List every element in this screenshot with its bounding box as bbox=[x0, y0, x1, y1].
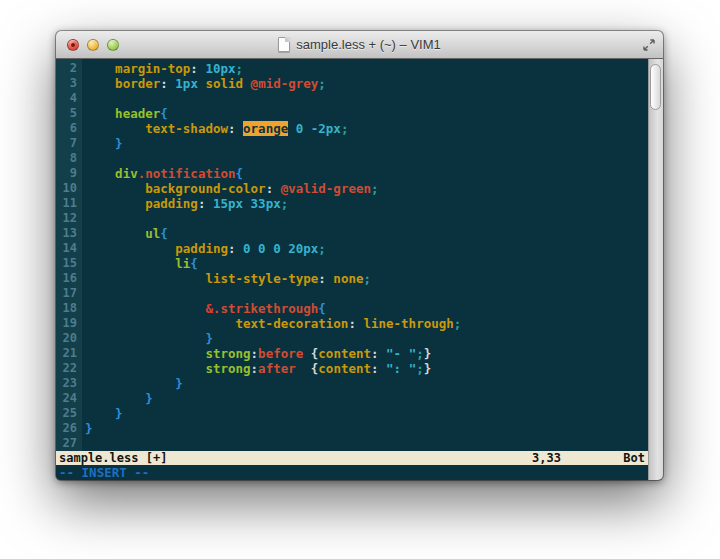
code-line: 11 padding: 15px 33px; bbox=[56, 196, 648, 211]
code-token: strong bbox=[85, 361, 251, 376]
code-token: } bbox=[85, 376, 183, 391]
code-token: ; bbox=[318, 241, 326, 256]
code-token: ; bbox=[454, 316, 462, 331]
code-text: } bbox=[82, 376, 183, 391]
code-text: } bbox=[82, 331, 213, 346]
code-token: 1px bbox=[175, 76, 198, 91]
code-token: ; bbox=[363, 271, 371, 286]
code-line: 9 div.notification{ bbox=[56, 166, 648, 181]
line-number: 8 bbox=[56, 151, 82, 166]
code-token: { bbox=[190, 256, 198, 271]
code-text bbox=[82, 151, 85, 166]
code-token: margin-top bbox=[85, 61, 190, 76]
code-token: header bbox=[85, 106, 160, 121]
scrollbar-thumb[interactable] bbox=[650, 64, 661, 110]
terminal-content: 2 margin-top: 10px;3 border: 1px solid @… bbox=[56, 59, 648, 480]
editor-text-area[interactable]: 2 margin-top: 10px;3 border: 1px solid @… bbox=[56, 59, 648, 451]
code-line: 24 } bbox=[56, 391, 648, 406]
code-line: 7 } bbox=[56, 136, 648, 151]
line-number: 15 bbox=[56, 256, 82, 271]
code-text: &.strikethrough{ bbox=[82, 301, 326, 316]
zoom-button[interactable] bbox=[107, 39, 119, 51]
code-text bbox=[82, 436, 85, 451]
code-line: 25 } bbox=[56, 406, 648, 421]
code-line: 17 bbox=[56, 286, 648, 301]
code-token: ; bbox=[236, 61, 244, 76]
terminal-body: 2 margin-top: 10px;3 border: 1px solid @… bbox=[56, 59, 663, 480]
code-token: content bbox=[318, 346, 371, 361]
code-token: } bbox=[424, 346, 432, 361]
code-token: } bbox=[85, 331, 213, 346]
line-number: 20 bbox=[56, 331, 82, 346]
code-text: text-shadow: orange 0 -2px; bbox=[82, 121, 348, 136]
code-line: 13 ul{ bbox=[56, 226, 648, 241]
code-token: { bbox=[236, 166, 244, 181]
code-token: { bbox=[160, 226, 168, 241]
code-line: 2 margin-top: 10px; bbox=[56, 61, 648, 76]
line-number: 21 bbox=[56, 346, 82, 361]
line-number: 11 bbox=[56, 196, 82, 211]
code-text bbox=[82, 211, 85, 226]
code-token: .notification bbox=[138, 166, 236, 181]
code-text: border: 1px solid @mid-grey; bbox=[82, 76, 326, 91]
code-token: border bbox=[85, 76, 160, 91]
code-text: text-decoration: line-through; bbox=[82, 316, 461, 331]
code-text: margin-top: 10px; bbox=[82, 61, 243, 76]
desktop-background: sample.less + (~) – VIM1 2 margin-top: 1… bbox=[0, 0, 720, 559]
code-token: ul bbox=[85, 226, 160, 241]
line-number: 14 bbox=[56, 241, 82, 256]
line-number: 10 bbox=[56, 181, 82, 196]
code-line: 3 border: 1px solid @mid-grey; bbox=[56, 76, 648, 91]
line-number: 25 bbox=[56, 406, 82, 421]
code-token: .strikethrough bbox=[213, 301, 318, 316]
expand-arrows-icon bbox=[642, 38, 656, 52]
minimize-button[interactable] bbox=[87, 39, 99, 51]
code-token: : bbox=[228, 241, 243, 256]
line-number: 16 bbox=[56, 271, 82, 286]
code-text: header{ bbox=[82, 106, 168, 121]
code-text bbox=[82, 286, 85, 301]
code-token: ; bbox=[341, 121, 349, 136]
scrollbar-track[interactable] bbox=[648, 59, 663, 480]
line-number: 12 bbox=[56, 211, 82, 226]
line-number: 4 bbox=[56, 91, 82, 106]
close-button[interactable] bbox=[67, 39, 79, 51]
code-token: : bbox=[371, 346, 386, 361]
code-token: text-decoration bbox=[85, 316, 348, 331]
code-text: list-style-type: none; bbox=[82, 271, 371, 286]
line-number: 24 bbox=[56, 391, 82, 406]
code-line: 12 bbox=[56, 211, 648, 226]
code-text: } bbox=[82, 406, 123, 421]
code-token: : bbox=[251, 361, 259, 376]
titlebar[interactable]: sample.less + (~) – VIM1 bbox=[56, 31, 663, 59]
code-line: 20 } bbox=[56, 331, 648, 346]
code-text: strong:after {content: ": ";} bbox=[82, 361, 431, 376]
code-token: : bbox=[198, 196, 213, 211]
code-token: content bbox=[318, 361, 371, 376]
code-token: : bbox=[348, 316, 363, 331]
code-token: background-color bbox=[85, 181, 266, 196]
code-token: ; bbox=[371, 181, 379, 196]
code-token: & bbox=[85, 301, 213, 316]
code-line: 15 li{ bbox=[56, 256, 648, 271]
code-token bbox=[243, 76, 251, 91]
code-token: : bbox=[228, 121, 243, 136]
code-text bbox=[82, 91, 85, 106]
line-number: 23 bbox=[56, 376, 82, 391]
code-line: 19 text-decoration: line-through; bbox=[56, 316, 648, 331]
code-line: 10 background-color: @valid-green; bbox=[56, 181, 648, 196]
code-line: 26} bbox=[56, 421, 648, 436]
statusline-scroll-position: Bot bbox=[561, 451, 645, 465]
code-token: before bbox=[258, 346, 303, 361]
line-number: 5 bbox=[56, 106, 82, 121]
code-text: } bbox=[82, 421, 93, 436]
fullscreen-button[interactable] bbox=[642, 31, 656, 58]
code-text: background-color: @valid-green; bbox=[82, 181, 379, 196]
code-token: 0 0 0 20px bbox=[243, 241, 318, 256]
line-number: 3 bbox=[56, 76, 82, 91]
code-token: 10px bbox=[205, 61, 235, 76]
code-token: ; bbox=[416, 361, 424, 376]
window-title: sample.less + (~) – VIM1 bbox=[296, 37, 441, 52]
vim-mode-indicator: -- INSERT -- bbox=[56, 465, 648, 480]
vim-statusline: sample.less [+] 3,33 Bot bbox=[56, 451, 648, 465]
